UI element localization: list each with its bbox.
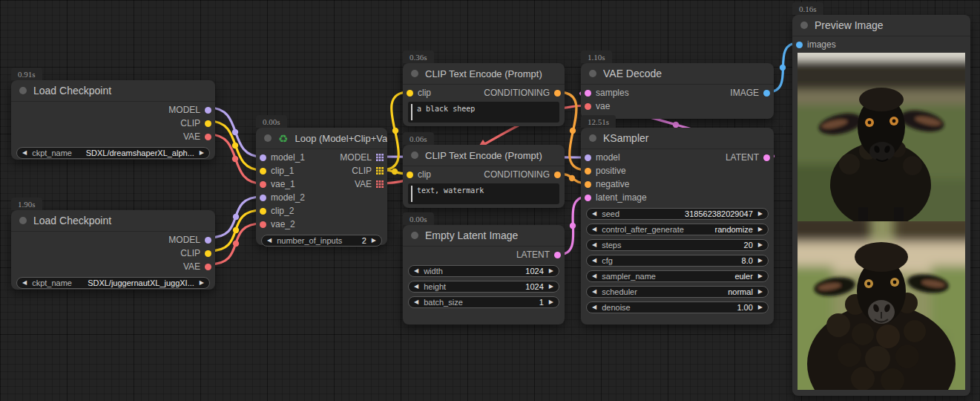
input-slot-latent-image[interactable]: latent_image	[585, 192, 647, 203]
node-graph-canvas[interactable]: 0.91s Load Checkpoint MODEL CLIP VAE ◀ c…	[0, 0, 980, 401]
slot-dot[interactable]	[554, 172, 561, 178]
batch-size-widget[interactable]: ◀ batch_size 1 ▶	[408, 296, 559, 308]
slot-dot[interactable]	[260, 154, 266, 161]
output-slot-vae[interactable]: VAE	[183, 261, 211, 272]
slot-dot[interactable]	[260, 181, 266, 188]
node-title-bar[interactable]: Preview Image	[792, 15, 970, 36]
output-slot-clip[interactable]: CLIP	[180, 248, 211, 258]
output-slot-model[interactable]: MODEL	[340, 152, 384, 163]
node-ksampler[interactable]: 12.51s KSampler model LATENT positive ne…	[581, 128, 774, 325]
slot-dot[interactable]	[205, 134, 211, 140]
slot-dot[interactable]	[585, 90, 591, 97]
collapse-dot[interactable]	[411, 70, 418, 77]
slot-dot[interactable]	[554, 252, 561, 258]
output-slot-vae[interactable]: VAE	[183, 131, 211, 142]
widget-prev-arrow[interactable]: ◀	[592, 211, 596, 217]
seed-widget[interactable]: ◀ seed 318562382029047 ▶	[586, 208, 769, 220]
node-title-bar[interactable]: Load Checkpoint	[11, 80, 215, 102]
widget-prev-arrow[interactable]: ◀	[267, 238, 272, 244]
input-slot-samples[interactable]: samples	[585, 88, 629, 98]
output-slot-model[interactable]: MODEL	[168, 235, 211, 245]
collapse-dot[interactable]	[589, 134, 596, 142]
widget-prev-arrow[interactable]: ◀	[414, 268, 418, 274]
node-title-bar[interactable]: CLIP Text Encode (Prompt)	[403, 63, 565, 85]
widget-next-arrow[interactable]: ▶	[549, 268, 553, 274]
node-title-bar[interactable]: ♻ Loop (Model+Clip+Vae)	[256, 128, 387, 149]
height-widget[interactable]: ◀ height 1024 ▶	[408, 281, 559, 293]
output-slot-conditioning[interactable]: CONDITIONING	[484, 169, 561, 180]
input-slot-model-2[interactable]: model_2	[260, 192, 305, 203]
widget-next-arrow[interactable]: ▶	[200, 150, 204, 156]
widget-prev-arrow[interactable]: ◀	[592, 226, 596, 232]
node-title-bar[interactable]: KSampler	[581, 128, 774, 149]
widget-next-arrow[interactable]: ▶	[549, 299, 553, 305]
number-of-inputs-widget[interactable]: ◀ number_of_inputs 2 ▶	[261, 235, 382, 247]
slot-dot[interactable]	[205, 120, 211, 127]
collapse-dot[interactable]	[411, 232, 418, 239]
node-vae-decode[interactable]: 1.10s VAE Decode samples IMAGE vae	[581, 63, 774, 119]
input-slot-negative[interactable]: negative	[585, 179, 629, 189]
slot-dot[interactable]	[260, 221, 266, 228]
widget-prev-arrow[interactable]: ◀	[22, 150, 27, 156]
slot-dot[interactable]	[763, 154, 770, 161]
grid-slot-icon[interactable]	[376, 154, 384, 161]
input-slot-clip-2[interactable]: clip_2	[260, 206, 294, 216]
collapse-dot[interactable]	[19, 87, 27, 94]
widget-prev-arrow[interactable]: ◀	[592, 242, 596, 248]
cfg-widget[interactable]: ◀ cfg 8.0 ▶	[586, 255, 769, 267]
node-loop[interactable]: 0.00s ♻ Loop (Model+Clip+Vae) model_1 MO…	[256, 128, 387, 245]
slot-dot[interactable]	[407, 172, 413, 178]
node-clip-text-encode-positive[interactable]: 0.36s CLIP Text Encode (Prompt) clip CON…	[403, 63, 565, 126]
node-title-bar[interactable]: CLIP Text Encode (Prompt)	[403, 145, 565, 166]
output-slot-clip[interactable]: CLIP	[180, 118, 211, 128]
slot-dot[interactable]	[585, 195, 591, 201]
input-slot-vae[interactable]: vae	[585, 101, 610, 111]
slot-dot[interactable]	[260, 168, 266, 175]
grid-slot-icon[interactable]	[376, 167, 384, 175]
ckpt-name-widget[interactable]: ◀ ckpt_name SDXL/juggernautXL_juggXI... …	[16, 277, 210, 289]
widget-next-arrow[interactable]: ▶	[758, 211, 763, 217]
collapse-dot[interactable]	[800, 22, 808, 29]
collapse-dot[interactable]	[589, 70, 596, 77]
slot-dot[interactable]	[205, 107, 211, 114]
node-title-bar[interactable]: Load Checkpoint	[11, 210, 215, 232]
sampler-name-widget[interactable]: ◀ sampler_name euler ▶	[586, 270, 769, 282]
denoise-widget[interactable]: ◀ denoise 1.00 ▶	[586, 301, 769, 313]
slot-dot[interactable]	[585, 168, 591, 175]
widget-next-arrow[interactable]: ▶	[200, 280, 204, 286]
output-slot-model[interactable]: MODEL	[168, 105, 211, 115]
input-slot-model-1[interactable]: model_1	[260, 152, 305, 163]
slot-dot[interactable]	[585, 154, 591, 161]
input-slot-model[interactable]: model	[585, 152, 620, 163]
widget-prev-arrow[interactable]: ◀	[414, 299, 418, 305]
widget-next-arrow[interactable]: ▶	[372, 238, 376, 244]
widget-prev-arrow[interactable]: ◀	[592, 304, 596, 310]
slot-dot[interactable]	[260, 195, 266, 201]
widget-prev-arrow[interactable]: ◀	[22, 280, 27, 286]
slot-dot[interactable]	[205, 237, 211, 244]
output-slot-vae[interactable]: VAE	[355, 179, 384, 189]
prompt-textarea[interactable]: a black sheep	[408, 102, 559, 123]
node-title-bar[interactable]: Empty Latent Image	[403, 225, 565, 247]
node-load-checkpoint-1[interactable]: 0.91s Load Checkpoint MODEL CLIP VAE ◀ c…	[11, 80, 215, 160]
slot-dot[interactable]	[796, 42, 803, 48]
output-slot-clip[interactable]: CLIP	[352, 166, 384, 176]
input-slot-clip[interactable]: clip	[407, 88, 431, 98]
input-slot-vae-2[interactable]: vae_2	[260, 219, 295, 229]
widget-next-arrow[interactable]: ▶	[549, 284, 553, 290]
prompt-textarea[interactable]: text, watermark	[408, 183, 559, 204]
output-slot-latent[interactable]: LATENT	[726, 152, 770, 163]
input-slot-images[interactable]: images	[796, 39, 836, 50]
input-slot-clip-1[interactable]: clip_1	[260, 166, 294, 176]
node-empty-latent-image[interactable]: 0.00s Empty Latent Image LATENT ◀ width …	[403, 225, 565, 325]
widget-next-arrow[interactable]: ▶	[758, 242, 763, 248]
node-title-bar[interactable]: VAE Decode	[581, 63, 774, 85]
input-slot-clip[interactable]: clip	[407, 169, 431, 180]
widget-next-arrow[interactable]: ▶	[758, 226, 763, 232]
widget-next-arrow[interactable]: ▶	[758, 304, 763, 310]
slot-dot[interactable]	[205, 264, 211, 270]
widget-prev-arrow[interactable]: ◀	[592, 273, 596, 279]
node-clip-text-encode-negative[interactable]: 0.06s CLIP Text Encode (Prompt) clip CON…	[403, 145, 565, 208]
collapse-dot[interactable]	[411, 151, 418, 159]
output-slot-latent[interactable]: LATENT	[516, 250, 561, 260]
